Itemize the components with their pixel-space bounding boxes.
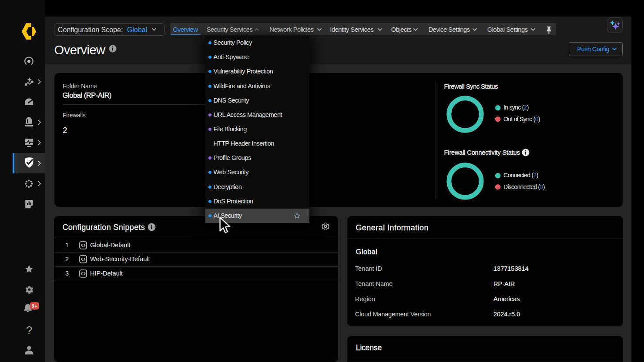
svg-text:?: ? (26, 324, 32, 337)
svg-text:9+: 9+ (32, 303, 37, 309)
